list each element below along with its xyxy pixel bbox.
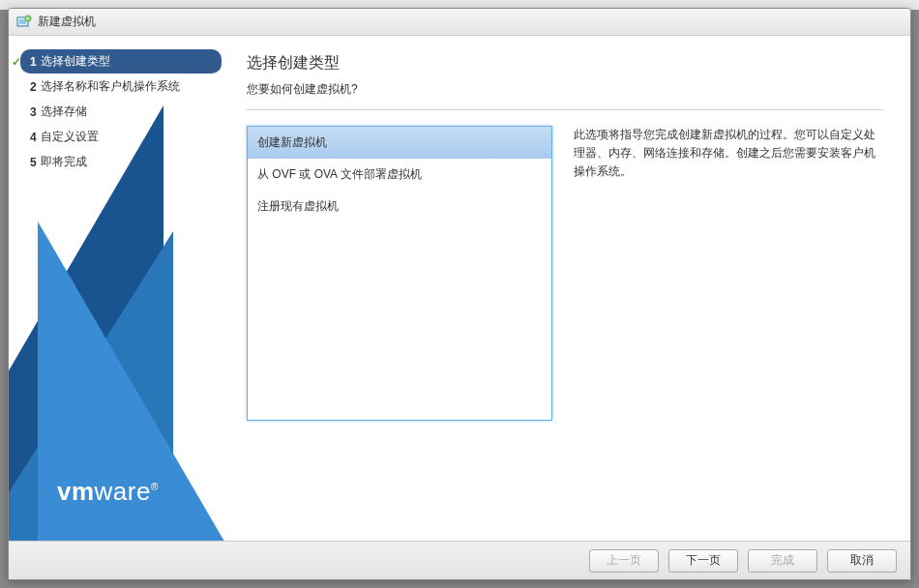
svg-rect-1: [19, 19, 26, 24]
step-label: 选择存储: [41, 103, 87, 120]
check-icon: ✓: [11, 55, 22, 69]
step-label: 选择创建类型: [41, 53, 110, 70]
step-label: 即将完成: [41, 154, 87, 170]
wizard-step-3[interactable]: 3 选择存储: [20, 100, 222, 124]
wizard-step-2[interactable]: 2 选择名称和客户机操作系统: [20, 74, 222, 99]
option-deploy-ovf[interactable]: 从 OVF 或 OVA 文件部署虚拟机: [248, 159, 551, 191]
step-number: 5: [30, 156, 37, 169]
svg-text:+: +: [26, 15, 30, 21]
wizard-sidebar: ✓ 1 选择创建类型 2 选择名称和客户机操作系统 3 选择存储 4 自定义设置: [9, 36, 233, 541]
wizard-step-5[interactable]: 5 即将完成: [20, 150, 222, 174]
dialog-footer: 上一页 下一页 完成 取消: [9, 541, 910, 579]
wizard-content: 选择创建类型 您要如何创建虚拟机? 创建新虚拟机 从 OVF 或 OVA 文件部…: [233, 36, 910, 541]
option-register-existing[interactable]: 注册现有虚拟机: [248, 191, 551, 222]
step-number: 2: [30, 80, 37, 94]
step-label: 自定义设置: [41, 129, 99, 145]
vmware-logo: vmware®: [57, 477, 159, 507]
step-number: 3: [30, 105, 37, 119]
back-button[interactable]: 上一页: [589, 549, 659, 573]
creation-type-list: 创建新虚拟机 从 OVF 或 OVA 文件部署虚拟机 注册现有虚拟机: [247, 126, 552, 421]
new-vm-dialog: + 新建虚拟机 ✓ 1 选择创建类型 2 选择名称和客户机操作系统 3: [8, 8, 911, 580]
content-subtitle: 您要如何创建虚拟机?: [247, 81, 883, 98]
next-button[interactable]: 下一页: [668, 549, 738, 573]
content-main: 创建新虚拟机 从 OVF 或 OVA 文件部署虚拟机 注册现有虚拟机 此选项将指…: [247, 126, 883, 541]
dialog-titlebar: + 新建虚拟机: [9, 9, 910, 36]
dialog-body: ✓ 1 选择创建类型 2 选择名称和客户机操作系统 3 选择存储 4 自定义设置: [9, 36, 910, 541]
option-description: 此选项将指导您完成创建新虚拟机的过程。您可以自定义处理器、内存、网络连接和存储。…: [574, 126, 883, 541]
option-create-new[interactable]: 创建新虚拟机: [248, 127, 551, 159]
wizard-steps: ✓ 1 选择创建类型 2 选择名称和客户机操作系统 3 选择存储 4 自定义设置: [9, 36, 233, 189]
cancel-button[interactable]: 取消: [827, 549, 897, 573]
dialog-title: 新建虚拟机: [38, 14, 96, 30]
wizard-step-1[interactable]: ✓ 1 选择创建类型: [20, 49, 222, 74]
wizard-step-4[interactable]: 4 自定义设置: [20, 125, 222, 149]
finish-button[interactable]: 完成: [748, 549, 817, 573]
step-number: 1: [30, 55, 37, 69]
step-label: 选择名称和客户机操作系统: [41, 78, 180, 95]
divider: [247, 109, 883, 110]
content-title: 选择创建类型: [247, 53, 883, 74]
step-number: 4: [30, 131, 37, 144]
vm-icon: +: [16, 15, 32, 30]
